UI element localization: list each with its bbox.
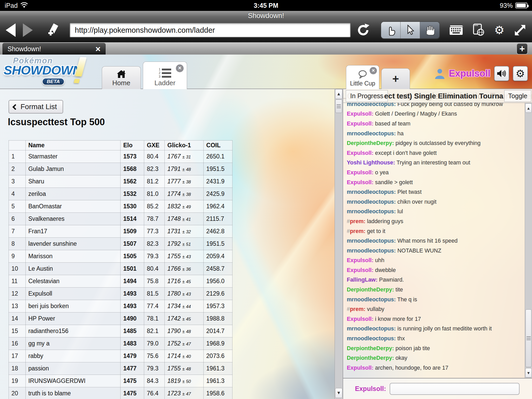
chat-username[interactable]: mrnoodleoctopus: — [347, 199, 396, 205]
chat-username[interactable]: Expulsoll: — [347, 111, 374, 117]
close-room-icon[interactable]: × — [176, 64, 184, 72]
rank-cell: 8 — [9, 238, 26, 250]
chat-username[interactable]: Expulsoll: — [347, 257, 374, 263]
chat-username[interactable]: mrnoodleoctopus: — [347, 208, 396, 215]
room-tab-strip-right: × Little Cup + — [346, 65, 410, 89]
player-name-cell: Marisson — [25, 250, 120, 263]
glicko-cell: 1748 ± 41 — [165, 213, 204, 225]
elo-cell: 1573 — [121, 150, 144, 163]
scroll-down-button[interactable]: ▼ — [335, 388, 342, 398]
tap-mode-button[interactable] — [381, 22, 401, 38]
tab-ladder[interactable]: × 1 2 3 Ladder — [143, 62, 187, 89]
chat-username[interactable]: mrnoodleoctopus: — [347, 103, 396, 107]
chat-username[interactable]: mrnoodleoctopus: — [347, 296, 396, 303]
table-row: 18 passion 1477 79.3 1755 ± 48 1961.3 — [9, 362, 232, 375]
rank-cell: 10 — [9, 263, 26, 275]
rank-cell: 18 — [9, 362, 26, 375]
username-button[interactable]: Expulsoll — [449, 68, 490, 79]
chat-username[interactable]: Expulsoll: — [347, 150, 374, 156]
chat-username[interactable]: Expulsoll: — [347, 316, 374, 322]
chat-scrollbar[interactable]: ▲ ▼ — [525, 103, 532, 378]
chat-username[interactable]: mrnoodleoctopus: — [347, 130, 396, 137]
elo-cell: 1490 — [121, 312, 144, 325]
table-row: 1 Starmaster 1573 80.4 1767 ± 31 2650.1 — [9, 150, 232, 163]
format-list-button[interactable]: Format List — [9, 100, 63, 114]
url-input[interactable] — [70, 23, 351, 37]
chat-username[interactable]: mrnoodleoctopus: — [347, 189, 396, 195]
chat-scroll-up-button[interactable]: ▲ — [525, 103, 532, 113]
table-row: 2 Gulab Jamun 1568 82.3 1791 ± 48 1951.5 — [9, 163, 232, 175]
chat-username[interactable]: Expulsoll: — [347, 121, 374, 127]
chat-username[interactable]: mrnoodleoctopus: — [347, 335, 396, 342]
battery-icon — [515, 3, 527, 8]
cursor-mode-button[interactable] — [401, 22, 420, 38]
coil-cell: 1956.0 — [204, 275, 232, 288]
pan-mode-button[interactable] — [420, 22, 440, 38]
chat-username[interactable]: DerpiontheDerpy: — [347, 355, 394, 361]
new-room-tab[interactable]: + — [381, 68, 410, 89]
elo-cell: 1505 — [121, 250, 144, 263]
chat-username[interactable]: prem: — [350, 228, 365, 234]
browser-tab-showdown[interactable]: Showdown! × — [2, 43, 106, 55]
chat-username[interactable]: Yoshi Lighthouse: — [347, 159, 395, 166]
gxe-cell: 80.4 — [144, 263, 165, 275]
reload-button[interactable] — [356, 23, 370, 37]
glicko-cell: 1723 ± 47 — [165, 387, 204, 399]
glicko-cell: 1755 ± 48 — [165, 362, 204, 375]
back-button[interactable] — [6, 23, 16, 37]
chat-username[interactable]: Expulsoll: — [347, 267, 374, 273]
chat-username[interactable]: prem: — [350, 306, 365, 312]
sound-button[interactable] — [494, 66, 509, 81]
chat-username[interactable]: mrnoodleoctopus: — [347, 238, 396, 244]
player-name-cell: rabby — [25, 350, 120, 362]
keyboard-button[interactable] — [449, 25, 463, 35]
chat-message-input[interactable] — [390, 383, 520, 395]
window-title: Showdown! — [0, 11, 532, 20]
chat-username[interactable]: mrnoodleoctopus: — [347, 325, 396, 332]
showdown-logo: Pokémon SHOWDOWN BETA — [4, 56, 89, 87]
elo-cell: 1493 — [121, 300, 144, 312]
new-tab-button[interactable]: + — [516, 43, 528, 55]
fullscreen-button[interactable] — [514, 24, 526, 36]
forward-button[interactable] — [16, 23, 33, 37]
elo-cell: 1562 — [121, 175, 144, 188]
coil-cell: 1968.9 — [204, 337, 232, 350]
gxe-cell: 78.7 — [144, 213, 165, 225]
chat-username[interactable]: mrnoodleoctopus: — [347, 248, 396, 254]
chat-username[interactable]: Expulsoll: — [347, 169, 374, 176]
glicko-cell: 1714 ± 40 — [165, 350, 204, 362]
chat-username[interactable]: DerpiontheDerpy: — [347, 287, 394, 293]
page-settings-button[interactable] — [473, 24, 485, 37]
chat-username[interactable]: Expulsoll: — [347, 365, 374, 371]
elo-cell: 1509 — [121, 225, 144, 238]
chat-username[interactable]: prem: — [350, 218, 365, 224]
chat-scrollbar-thumb[interactable] — [526, 309, 531, 367]
player-name-cell: Le Austin — [25, 263, 120, 275]
tournament-toggle-button[interactable]: Toggle — [504, 90, 531, 102]
glicko-cell: 1767 ± 31 — [165, 150, 204, 163]
bookmark-button[interactable] — [46, 23, 60, 37]
scrollbar-thumb[interactable] — [335, 99, 342, 113]
main-scrollbar[interactable]: ▲ ▼ — [335, 89, 343, 399]
screen: iPad 3:45 PM 93% Showdown! — [0, 0, 532, 399]
gxe-cell: 79.3 — [144, 250, 165, 263]
tab-little-cup[interactable]: × Little Cup — [346, 65, 379, 89]
scroll-up-button[interactable]: ▲ — [335, 89, 342, 99]
room-settings-button[interactable]: ⚙ — [513, 66, 528, 81]
tab-home[interactable]: Home — [102, 66, 141, 89]
chat-message-text: is running jolly on fast meditite worth … — [397, 325, 492, 332]
chat-username[interactable]: FallingLaw: — [347, 277, 377, 283]
chat-username[interactable]: Expulsoll: — [347, 179, 374, 185]
arrow-cursor-icon — [406, 25, 415, 36]
close-room-icon[interactable]: × — [370, 67, 377, 74]
rank-cell: 6 — [9, 213, 26, 225]
chat-username[interactable]: DerpiontheDerpy: — [347, 345, 394, 351]
chat-username[interactable]: DerpiontheDerpy: — [347, 140, 394, 146]
glicko-cell: 1780 ± 43 — [165, 288, 204, 300]
settings-button[interactable]: ⚙ — [494, 24, 504, 36]
close-tab-icon[interactable]: × — [95, 45, 101, 53]
chat-scroll-down-button[interactable]: ▼ — [525, 368, 532, 377]
chat-message-text: NOTABLE WUNZ — [397, 248, 441, 254]
numbered-list-icon: 1 2 3 — [159, 68, 171, 78]
table-row: 20 truth is to blame 1475 76.4 1723 ± 47… — [9, 387, 232, 399]
